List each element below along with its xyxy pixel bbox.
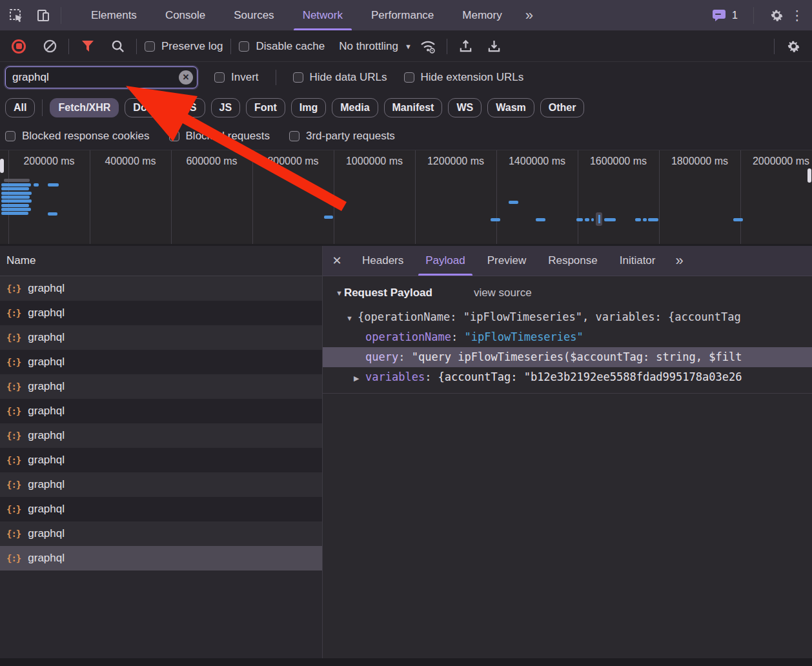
details-tab-headers[interactable]: Headers [351,246,414,276]
network-request-row[interactable]: {:}graphql [0,276,322,301]
filter-chip-media[interactable]: Media [332,98,378,117]
close-icon[interactable]: ✕ [323,254,351,268]
details-tab-response[interactable]: Response [537,246,609,276]
collapse-triangle-icon[interactable]: ▼ [346,308,358,327]
blocked-requests-checkbox[interactable]: Blocked requests [169,130,270,143]
filter-chip-ws[interactable]: WS [448,98,482,117]
checkbox[interactable] [293,72,303,83]
name-column-header[interactable]: Name [0,246,322,276]
network-settings-gear-icon[interactable] [782,35,804,57]
filter-chip-all[interactable]: All [5,98,35,117]
tab-sources[interactable]: Sources [219,0,288,30]
checkbox-label: Blocked response cookies [22,130,150,143]
divider [68,39,69,54]
network-request-row[interactable]: {:}graphql [0,350,322,374]
payload-row-variables[interactable]: ▶variables: {accountTag: "b12e3b2192ee55… [323,367,812,387]
checkbox[interactable] [169,131,179,141]
payload-value: {accountTag: "b12e3b2192ee5588fdad995178… [438,370,742,383]
filter-chip-fetch-xhr[interactable]: Fetch/XHR [50,98,119,117]
tab-network[interactable]: Network [289,0,357,30]
import-har-icon[interactable] [455,35,477,57]
network-overview-timeline[interactable]: 200000 ms400000 ms600000 ms800000 ms1000… [0,150,812,246]
export-har-icon[interactable] [483,35,505,57]
tab-memory[interactable]: Memory [448,0,516,30]
more-tabs-icon[interactable]: » [516,7,541,24]
invert-checkbox[interactable]: Invert [214,71,259,84]
network-request-row[interactable]: {:}graphql [0,423,322,448]
details-tab-initiator[interactable]: Initiator [609,246,667,276]
selected-request-marker [596,212,602,226]
clear-input-icon[interactable]: ✕ [179,70,193,85]
payload-value: "query ipFlowTimeseries($accountTag: str… [412,350,742,363]
timeline-right-handle[interactable] [807,168,811,183]
settings-gear-icon[interactable] [766,5,787,26]
filter-input[interactable] [5,66,198,88]
divider [447,39,447,54]
expand-triangle-icon[interactable]: ▶ [354,368,365,387]
payload-row-query[interactable]: query: "query ipFlowTimeseries($accountT… [323,347,812,367]
network-request-row[interactable]: {:}graphql [0,472,322,497]
hide-data-urls-checkbox[interactable]: Hide data URLs [293,71,387,84]
payload-key: query [365,350,398,363]
checkbox[interactable] [289,131,299,141]
network-request-row[interactable]: {:}graphql [0,448,322,472]
tab-console[interactable]: Console [151,0,219,30]
network-request-row[interactable]: {:}graphql [0,546,322,570]
timeline-tick-label: 1200000 ms [415,156,496,167]
3rd-party-requests-checkbox[interactable]: 3rd-party requests [289,130,395,143]
timeline-tick-label: 1400000 ms [496,156,578,167]
payload-value: "ipFlowTimeseries" [465,330,584,343]
filter-chip-js[interactable]: JS [211,98,241,117]
clear-network-log-icon[interactable] [39,35,61,57]
details-tab-preview[interactable]: Preview [476,246,537,276]
waterfall-bar [635,218,641,221]
timeline-left-handle[interactable] [0,159,4,173]
network-conditions-icon[interactable] [417,35,439,57]
inspect-element-icon[interactable] [5,5,27,26]
filter-chip-doc[interactable]: Doc [125,98,161,117]
view-source-link[interactable]: view source [474,287,532,299]
throttling-select[interactable]: No throttling ▼ [339,40,412,53]
waterfall-bar [324,216,333,219]
json-braces-icon: {:} [6,381,21,392]
filter-chip-css[interactable]: CSS [167,98,205,117]
payload-preview-line[interactable]: ▼{operationName: "ipFlowTimeseries", var… [323,307,812,327]
disable-cache-checkbox[interactable]: Disable cache [239,40,325,53]
record-network-log-icon[interactable] [8,35,30,57]
issues-message-icon[interactable] [711,5,727,26]
preserve-log-checkbox[interactable]: Preserve log [145,40,223,53]
hide-extension-urls-checkbox[interactable]: Hide extension URLs [404,71,524,84]
waterfall-bar [48,183,59,187]
tab-elements[interactable]: Elements [77,0,151,30]
payload-row-operationName[interactable]: operationName: "ipFlowTimeseries" [323,327,812,347]
filter-funnel-icon[interactable] [77,35,99,57]
checkbox[interactable] [404,72,414,83]
more-menu-icon[interactable]: ⋮ [787,8,807,23]
json-braces-icon: {:} [6,283,21,294]
checkbox[interactable] [214,72,225,83]
filter-chip-other[interactable]: Other [540,98,585,117]
search-icon[interactable] [107,35,128,57]
filter-chip-img[interactable]: Img [291,98,326,117]
network-request-row[interactable]: {:}graphql [0,497,322,521]
checkbox[interactable] [5,131,15,141]
filter-chip-manifest[interactable]: Manifest [384,98,443,117]
filter-chip-wasm[interactable]: Wasm [487,98,534,117]
checkbox[interactable] [239,41,249,52]
network-request-row[interactable]: {:}graphql [0,399,322,423]
blocked-response-cookies-checkbox[interactable]: Blocked response cookies [5,130,150,143]
network-request-row[interactable]: {:}graphql [0,374,322,399]
collapse-triangle-icon[interactable]: ▼ [336,289,343,297]
waterfall-bar [48,212,57,216]
network-request-row[interactable]: {:}graphql [0,301,322,325]
network-request-row[interactable]: {:}graphql [0,325,322,350]
issues-count[interactable]: 1 [732,10,738,21]
tab-performance[interactable]: Performance [357,0,448,30]
device-toolbar-icon[interactable] [32,5,54,26]
details-more-tabs-icon[interactable]: » [666,252,691,269]
divider [753,7,754,24]
network-request-row[interactable]: {:}graphql [0,521,322,546]
details-tab-payload[interactable]: Payload [414,246,476,276]
checkbox[interactable] [145,41,155,52]
filter-chip-font[interactable]: Font [246,98,285,117]
